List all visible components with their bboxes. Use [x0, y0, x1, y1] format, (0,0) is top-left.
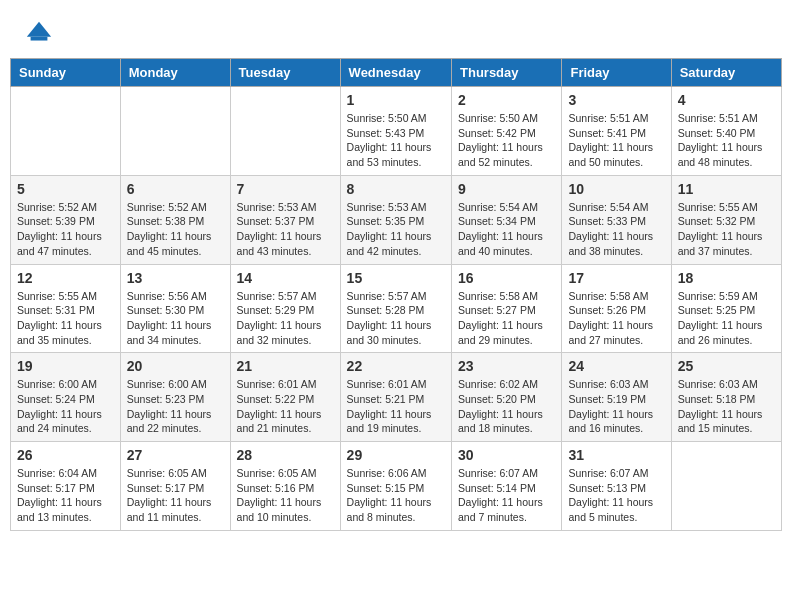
- day-info: Sunrise: 5:58 AM Sunset: 5:27 PM Dayligh…: [458, 289, 555, 348]
- day-number: 20: [127, 358, 224, 374]
- day-number: 4: [678, 92, 775, 108]
- table-row: 13Sunrise: 5:56 AM Sunset: 5:30 PM Dayli…: [120, 264, 230, 353]
- day-info: Sunrise: 5:57 AM Sunset: 5:28 PM Dayligh…: [347, 289, 445, 348]
- table-row: 30Sunrise: 6:07 AM Sunset: 5:14 PM Dayli…: [452, 442, 562, 531]
- table-row: 4Sunrise: 5:51 AM Sunset: 5:40 PM Daylig…: [671, 87, 781, 176]
- day-number: 31: [568, 447, 664, 463]
- table-row: 19Sunrise: 6:00 AM Sunset: 5:24 PM Dayli…: [11, 353, 121, 442]
- day-number: 7: [237, 181, 334, 197]
- day-number: 18: [678, 270, 775, 286]
- calendar-header-wednesday: Wednesday: [340, 59, 451, 87]
- day-info: Sunrise: 6:00 AM Sunset: 5:23 PM Dayligh…: [127, 377, 224, 436]
- day-info: Sunrise: 6:02 AM Sunset: 5:20 PM Dayligh…: [458, 377, 555, 436]
- table-row: 24Sunrise: 6:03 AM Sunset: 5:19 PM Dayli…: [562, 353, 671, 442]
- calendar-week-3: 19Sunrise: 6:00 AM Sunset: 5:24 PM Dayli…: [11, 353, 782, 442]
- day-info: Sunrise: 5:55 AM Sunset: 5:32 PM Dayligh…: [678, 200, 775, 259]
- day-info: Sunrise: 6:06 AM Sunset: 5:15 PM Dayligh…: [347, 466, 445, 525]
- day-number: 17: [568, 270, 664, 286]
- svg-marker-0: [27, 22, 51, 37]
- table-row: 14Sunrise: 5:57 AM Sunset: 5:29 PM Dayli…: [230, 264, 340, 353]
- table-row: [230, 87, 340, 176]
- day-number: 12: [17, 270, 114, 286]
- day-number: 25: [678, 358, 775, 374]
- day-number: 27: [127, 447, 224, 463]
- table-row: 20Sunrise: 6:00 AM Sunset: 5:23 PM Dayli…: [120, 353, 230, 442]
- calendar-header-monday: Monday: [120, 59, 230, 87]
- table-row: 15Sunrise: 5:57 AM Sunset: 5:28 PM Dayli…: [340, 264, 451, 353]
- day-number: 2: [458, 92, 555, 108]
- table-row: 9Sunrise: 5:54 AM Sunset: 5:34 PM Daylig…: [452, 175, 562, 264]
- day-info: Sunrise: 5:53 AM Sunset: 5:35 PM Dayligh…: [347, 200, 445, 259]
- table-row: 6Sunrise: 5:52 AM Sunset: 5:38 PM Daylig…: [120, 175, 230, 264]
- calendar-header-friday: Friday: [562, 59, 671, 87]
- calendar-table: SundayMondayTuesdayWednesdayThursdayFrid…: [10, 58, 782, 531]
- day-number: 30: [458, 447, 555, 463]
- day-info: Sunrise: 5:54 AM Sunset: 5:33 PM Dayligh…: [568, 200, 664, 259]
- calendar-header-thursday: Thursday: [452, 59, 562, 87]
- table-row: 17Sunrise: 5:58 AM Sunset: 5:26 PM Dayli…: [562, 264, 671, 353]
- page-header: [10, 10, 782, 53]
- table-row: 29Sunrise: 6:06 AM Sunset: 5:15 PM Dayli…: [340, 442, 451, 531]
- day-number: 8: [347, 181, 445, 197]
- day-info: Sunrise: 5:50 AM Sunset: 5:43 PM Dayligh…: [347, 111, 445, 170]
- day-number: 21: [237, 358, 334, 374]
- day-number: 22: [347, 358, 445, 374]
- day-number: 23: [458, 358, 555, 374]
- svg-rect-1: [31, 37, 48, 41]
- table-row: 18Sunrise: 5:59 AM Sunset: 5:25 PM Dayli…: [671, 264, 781, 353]
- calendar-week-1: 5Sunrise: 5:52 AM Sunset: 5:39 PM Daylig…: [11, 175, 782, 264]
- day-number: 19: [17, 358, 114, 374]
- day-info: Sunrise: 5:54 AM Sunset: 5:34 PM Dayligh…: [458, 200, 555, 259]
- day-info: Sunrise: 5:58 AM Sunset: 5:26 PM Dayligh…: [568, 289, 664, 348]
- table-row: 10Sunrise: 5:54 AM Sunset: 5:33 PM Dayli…: [562, 175, 671, 264]
- day-info: Sunrise: 5:55 AM Sunset: 5:31 PM Dayligh…: [17, 289, 114, 348]
- day-number: 3: [568, 92, 664, 108]
- table-row: 7Sunrise: 5:53 AM Sunset: 5:37 PM Daylig…: [230, 175, 340, 264]
- day-number: 28: [237, 447, 334, 463]
- table-row: 16Sunrise: 5:58 AM Sunset: 5:27 PM Dayli…: [452, 264, 562, 353]
- logo-icon: [25, 20, 53, 48]
- day-number: 9: [458, 181, 555, 197]
- day-info: Sunrise: 6:00 AM Sunset: 5:24 PM Dayligh…: [17, 377, 114, 436]
- day-info: Sunrise: 5:56 AM Sunset: 5:30 PM Dayligh…: [127, 289, 224, 348]
- table-row: [671, 442, 781, 531]
- day-number: 15: [347, 270, 445, 286]
- day-info: Sunrise: 5:51 AM Sunset: 5:41 PM Dayligh…: [568, 111, 664, 170]
- day-number: 26: [17, 447, 114, 463]
- day-info: Sunrise: 6:03 AM Sunset: 5:18 PM Dayligh…: [678, 377, 775, 436]
- calendar-header-sunday: Sunday: [11, 59, 121, 87]
- day-number: 16: [458, 270, 555, 286]
- day-info: Sunrise: 5:53 AM Sunset: 5:37 PM Dayligh…: [237, 200, 334, 259]
- day-info: Sunrise: 5:52 AM Sunset: 5:39 PM Dayligh…: [17, 200, 114, 259]
- table-row: 22Sunrise: 6:01 AM Sunset: 5:21 PM Dayli…: [340, 353, 451, 442]
- day-info: Sunrise: 5:57 AM Sunset: 5:29 PM Dayligh…: [237, 289, 334, 348]
- calendar-header-saturday: Saturday: [671, 59, 781, 87]
- table-row: [11, 87, 121, 176]
- day-info: Sunrise: 5:52 AM Sunset: 5:38 PM Dayligh…: [127, 200, 224, 259]
- day-info: Sunrise: 6:07 AM Sunset: 5:14 PM Dayligh…: [458, 466, 555, 525]
- table-row: 5Sunrise: 5:52 AM Sunset: 5:39 PM Daylig…: [11, 175, 121, 264]
- day-info: Sunrise: 5:50 AM Sunset: 5:42 PM Dayligh…: [458, 111, 555, 170]
- table-row: 8Sunrise: 5:53 AM Sunset: 5:35 PM Daylig…: [340, 175, 451, 264]
- calendar-week-4: 26Sunrise: 6:04 AM Sunset: 5:17 PM Dayli…: [11, 442, 782, 531]
- day-number: 13: [127, 270, 224, 286]
- day-info: Sunrise: 6:07 AM Sunset: 5:13 PM Dayligh…: [568, 466, 664, 525]
- day-number: 29: [347, 447, 445, 463]
- table-row: 1Sunrise: 5:50 AM Sunset: 5:43 PM Daylig…: [340, 87, 451, 176]
- day-number: 14: [237, 270, 334, 286]
- day-number: 10: [568, 181, 664, 197]
- day-number: 6: [127, 181, 224, 197]
- table-row: 27Sunrise: 6:05 AM Sunset: 5:17 PM Dayli…: [120, 442, 230, 531]
- table-row: 28Sunrise: 6:05 AM Sunset: 5:16 PM Dayli…: [230, 442, 340, 531]
- table-row: 23Sunrise: 6:02 AM Sunset: 5:20 PM Dayli…: [452, 353, 562, 442]
- day-info: Sunrise: 5:59 AM Sunset: 5:25 PM Dayligh…: [678, 289, 775, 348]
- table-row: 21Sunrise: 6:01 AM Sunset: 5:22 PM Dayli…: [230, 353, 340, 442]
- day-info: Sunrise: 6:01 AM Sunset: 5:21 PM Dayligh…: [347, 377, 445, 436]
- table-row: [120, 87, 230, 176]
- day-info: Sunrise: 6:05 AM Sunset: 5:17 PM Dayligh…: [127, 466, 224, 525]
- table-row: 12Sunrise: 5:55 AM Sunset: 5:31 PM Dayli…: [11, 264, 121, 353]
- table-row: 11Sunrise: 5:55 AM Sunset: 5:32 PM Dayli…: [671, 175, 781, 264]
- calendar-week-0: 1Sunrise: 5:50 AM Sunset: 5:43 PM Daylig…: [11, 87, 782, 176]
- table-row: 25Sunrise: 6:03 AM Sunset: 5:18 PM Dayli…: [671, 353, 781, 442]
- logo: [25, 20, 57, 48]
